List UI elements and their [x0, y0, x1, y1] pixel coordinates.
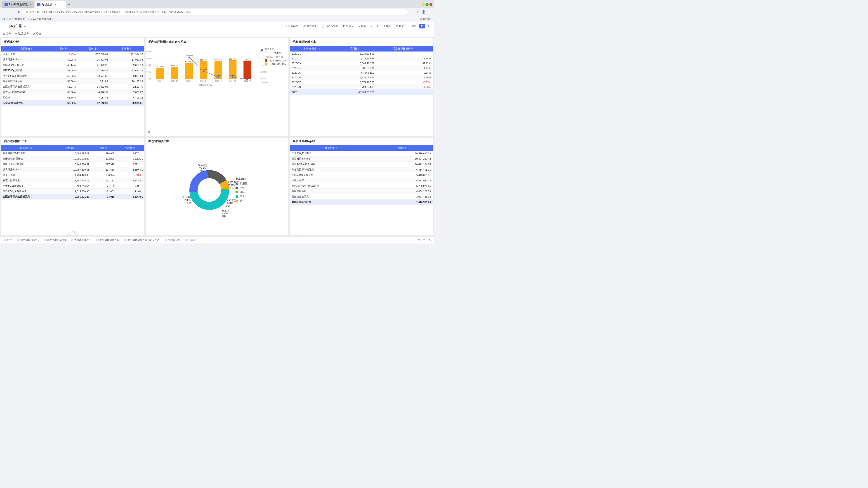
- filter-icon: ▼: [15, 32, 18, 35]
- tab-close-analysis[interactable]: ✕: [55, 3, 56, 6]
- sort-icon-rate[interactable]: ⇅: [68, 48, 69, 50]
- cell-rate-pct: 31.92%: [376, 61, 433, 66]
- filter-component-btn[interactable]: ▼ 过滤组件: [15, 32, 29, 35]
- cell-sales-s: 10,457,310.43: [373, 156, 433, 162]
- svg-text:2.84%: 2.84%: [215, 74, 221, 76]
- cell-name-s: 本地小白菜: [290, 178, 373, 183]
- rate-point-4: [232, 76, 234, 78]
- more-btn[interactable]: ··· 更多: [407, 24, 419, 29]
- minimize-button[interactable]: [422, 3, 425, 6]
- sidebar-toggle[interactable]: 所有书签 ›: [420, 18, 432, 21]
- sort-icon-name[interactable]: ⇅: [31, 48, 33, 50]
- sort-icon-profit-t10[interactable]: ⇅: [133, 147, 135, 149]
- cell-margin: -267,280.07: [77, 52, 110, 57]
- table-row: 三全960g奶香馒头 62.82% 62,148.97 98,933.61: [1, 100, 144, 106]
- settings-bottom-btn[interactable]: ⚙: [427, 238, 432, 242]
- apply-publish-btn[interactable]: ✈ 申请发布: [283, 24, 300, 29]
- view-toggle-btn[interactable]: ⊞: [419, 24, 425, 29]
- profile-icon[interactable]: 👤: [421, 10, 426, 14]
- grid-view-btn[interactable]: ⊞: [416, 238, 421, 242]
- bottom-tab-1[interactable]: 商品销售额top10: [15, 237, 41, 243]
- adaptive-btn[interactable]: ⊞ 自适应: [341, 24, 355, 29]
- cell-rate-pct: 11.44%: [376, 66, 433, 70]
- cell-sales-s: 3,967,448.19: [373, 194, 433, 199]
- tab-analysis[interactable]: 分析主题 ✕: [35, 1, 66, 8]
- refresh-btn[interactable]: ↻ 刷新: [356, 24, 368, 29]
- sort-icon-sales[interactable]: ⇅: [130, 48, 132, 50]
- tab-icon-1: [17, 239, 20, 241]
- bottom-tab-6[interactable]: 毛利率分析: [162, 237, 183, 243]
- sidebar-toggle-btn[interactable]: ☰: [3, 24, 7, 29]
- url-text[interactable]: 192.168.171.80:8080/finebi/decision/v5/c…: [30, 11, 191, 13]
- sort-icon-margin[interactable]: ⇅: [96, 48, 98, 50]
- bottom-tab-0[interactable]: 数据: [2, 237, 14, 243]
- translate-icon[interactable]: ⊞: [410, 10, 414, 14]
- cell-profit-p: 1,590,1...: [116, 183, 144, 189]
- cell-sales-s: 5,443,698.31: [373, 172, 433, 178]
- redo-btn[interactable]: ↻: [375, 24, 380, 29]
- panel-top10-sales: 商品销售额top10 商品名称 ⇅ 销售额 ↓ 三全960g奶香馒头 10,59…: [290, 138, 433, 235]
- cell-rate: 40.98%: [52, 57, 77, 62]
- cell-rate-pct: 2.84%: [376, 70, 433, 75]
- bookmark-java[interactable]: ☕ Java互联网架构课...: [28, 18, 53, 21]
- cell-date: 合计: [290, 90, 334, 95]
- sort-icon-qty-t10[interactable]: ⇅: [105, 147, 107, 149]
- sort-icon-name-s[interactable]: ⇅: [336, 147, 338, 149]
- bottom-tabs-bar: 数据商品销售额top10商品毛利额top10类别销售额占比毛利额环比增长率毛利额…: [0, 237, 434, 243]
- bar-chart-svg: 800万 600万 400万 200万 0万 40.00% 30.00% 20.…: [151, 47, 259, 84]
- bottom-tab-2[interactable]: 商品毛利额top10: [42, 237, 68, 243]
- cell-name-p: 纯悦550ml矿物质水: [1, 162, 50, 167]
- refresh-button[interactable]: ↻: [16, 9, 21, 15]
- forward-button[interactable]: ›: [9, 9, 14, 15]
- sort-icon-rate-pct[interactable]: ⇅: [414, 48, 415, 50]
- close-button[interactable]: [430, 3, 432, 6]
- cell-name: 微贵日用245mm: [1, 57, 52, 62]
- table-row: 纯悦550ml矿物质水 5,443,698.31: [290, 172, 433, 178]
- cell-name: 雕牌1500g洗洁精: [1, 68, 52, 73]
- panel-gross-margin-analysis: 毛利率分析 商品名称 ⇅ 毛利率 ⇅ 毛利额 ⇅: [1, 38, 144, 136]
- cell-name-p: 金冠森香颂夹心蛋糕系列: [1, 194, 50, 199]
- sort-icon-amount[interactable]: ⇅: [358, 48, 360, 50]
- svg-text:600万: 600万: [146, 57, 151, 59]
- undo-btn[interactable]: ↺: [369, 24, 374, 29]
- settings-btn[interactable]: ⚙: [426, 24, 431, 29]
- list-view-btn[interactable]: ☰: [422, 238, 427, 242]
- export-btn[interactable]: ⬆ 导出: [381, 24, 393, 29]
- next-page-btn[interactable]: ›: [74, 230, 79, 234]
- component-btn[interactable]: ⊞ 组件: [3, 32, 11, 35]
- bookmark-ecommerce[interactable]: 📊 电商618数据大屏: [2, 18, 25, 21]
- back-button[interactable]: ‹: [2, 9, 8, 15]
- tab-close-finebi[interactable]: ✕: [30, 3, 31, 6]
- dashboard-style-btn[interactable]: 📋 仪表板样式: [319, 24, 340, 29]
- cell-amount: 6,464,626.7: [334, 70, 376, 75]
- preview-btn[interactable]: 👁 预览: [394, 24, 406, 29]
- cell-amount: 45,604,912.73: [334, 90, 376, 95]
- sort-icon-sales-t10[interactable]: ⇅: [74, 147, 75, 149]
- menu-icon[interactable]: ⋮: [427, 10, 432, 14]
- sort-icon-sales-s[interactable]: ↓: [406, 147, 408, 149]
- sort-icon-date[interactable]: ⇅: [318, 48, 320, 50]
- cell-rate: 60.86%: [52, 90, 77, 95]
- bottom-tab-4[interactable]: 毛利额环比增长率: [94, 237, 122, 243]
- panel-title-category: 类别销售额占比: [146, 138, 288, 145]
- more-options-btn[interactable]: ···: [24, 24, 27, 28]
- bottom-tab-3[interactable]: 类别销售额占比: [68, 237, 94, 243]
- other-btn[interactable]: ⊙ 其他: [33, 32, 41, 35]
- bottom-tab-7[interactable]: 仪表板: [183, 237, 198, 243]
- bookmark-icon[interactable]: ☆: [415, 10, 420, 14]
- svg-text:0万: 0万: [148, 78, 151, 80]
- tab-icon-finebi: [4, 3, 8, 6]
- sort-icon-name-t10[interactable]: ⇅: [30, 147, 32, 149]
- cell-name-p: 嘉士利115g咸化饼: [1, 183, 50, 189]
- cell-name-s: 微贵日用245mm: [290, 156, 373, 162]
- table-row: 养乐多100ml*5乳酸菌 10,421,174.65: [290, 162, 433, 167]
- maximize-button[interactable]: [426, 3, 429, 6]
- public-link-btn[interactable]: 🔗 公共链接: [301, 24, 319, 29]
- tab-finebi[interactable]: FineBI商业智能 ✕: [2, 1, 34, 8]
- new-tab-button[interactable]: +: [67, 2, 72, 7]
- table-row: 微贵日用245mm 10,457,310.43 274,880 4,259,3.…: [1, 167, 144, 172]
- cell-rate: 47.49%: [52, 68, 77, 73]
- bottom-tab-5[interactable]: 毛利额环比增长率自定义图表: [122, 237, 162, 243]
- cell-amount: 5,641,122.09: [334, 61, 376, 66]
- prev-page-btn[interactable]: ‹: [67, 230, 71, 234]
